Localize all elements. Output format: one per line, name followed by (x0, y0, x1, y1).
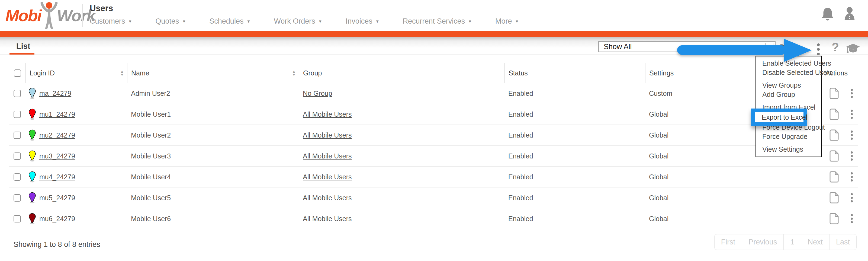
document-icon[interactable] (830, 192, 839, 203)
login-id-link[interactable]: mu6_24279 (39, 215, 75, 223)
row-kebab-menu-icon[interactable] (851, 151, 853, 161)
status-value: Enabled (508, 215, 533, 223)
nav-item-work-orders[interactable]: Work Orders▼ (274, 17, 322, 26)
sort-icon[interactable]: ▲▼ (292, 70, 296, 76)
group-link[interactable]: All Mobile Users (303, 131, 352, 139)
column-header-name[interactable]: Name▲▼ (127, 63, 299, 83)
group-link[interactable]: All Mobile Users (303, 173, 352, 181)
status-value: Enabled (508, 90, 533, 97)
user-avatar-icon[interactable] (844, 7, 856, 21)
menu-item-view-groups[interactable]: View Groups (756, 81, 821, 90)
document-icon[interactable] (830, 109, 839, 120)
chevron-down-icon: ▼ (246, 19, 250, 24)
menu-item-export-to-excel[interactable]: Export to Excel (751, 109, 807, 126)
nav-item-schedules[interactable]: Schedules▼ (209, 17, 250, 26)
chevron-down-icon: ▼ (515, 19, 519, 24)
name-cell: Mobile User3 (127, 146, 299, 166)
login-id-link[interactable]: ma_24279 (39, 90, 71, 97)
app-header: Mobi Work Users Customers▼Quotes▼Schedul… (0, 0, 868, 31)
row-kebab-menu-icon[interactable] (851, 110, 853, 119)
header-divider (82, 4, 83, 27)
document-icon[interactable] (830, 213, 839, 224)
pagination-1[interactable]: 1 (784, 234, 801, 250)
status-cell: Enabled (504, 83, 645, 104)
row-checkbox[interactable] (13, 173, 21, 181)
row-kebab-menu-icon[interactable] (851, 214, 853, 223)
name-cell: Mobile User2 (127, 125, 299, 145)
tab-list[interactable]: List (16, 42, 30, 51)
settings-cell: Global (645, 187, 822, 208)
group-link[interactable]: All Mobile Users (303, 110, 352, 118)
document-icon[interactable] (830, 150, 839, 162)
table-header-row: Login ID▲▼Name▲▼GroupStatusSettingsActio… (9, 63, 858, 83)
row-checkbox[interactable] (13, 194, 21, 202)
help-icon[interactable]: ? (832, 40, 839, 54)
nav-item-label: Schedules (209, 17, 243, 26)
login-id-link[interactable]: mu3_24279 (39, 152, 75, 160)
mobiwork-logo[interactable]: Mobi Work (5, 2, 95, 29)
pagination-previous[interactable]: Previous (742, 234, 784, 250)
sort-icon[interactable]: ▲▼ (120, 70, 124, 76)
group-link: No Group (303, 90, 332, 97)
login-id-link[interactable]: mu5_24279 (39, 194, 75, 202)
row-checkbox[interactable] (13, 215, 21, 223)
menu-item-disable-selected-users[interactable]: Disable Selected Users (756, 68, 821, 77)
menu-item-view-settings[interactable]: View Settings (756, 145, 821, 154)
group-link[interactable]: All Mobile Users (303, 194, 352, 202)
users-page: Mobi Work Users Customers▼Quotes▼Schedul… (0, 0, 868, 261)
menu-item-force-upgrade[interactable]: Force Upgrade (756, 132, 821, 141)
login-id-link[interactable]: mu2_24279 (39, 131, 75, 139)
select-all-checkbox[interactable] (14, 69, 21, 77)
actions-cell (822, 208, 858, 229)
map-pin-icon (28, 213, 36, 224)
group-link[interactable]: All Mobile Users (303, 152, 352, 160)
row-kebab-menu-icon[interactable] (851, 193, 853, 202)
map-pin-icon (28, 129, 36, 141)
menu-item-add-group[interactable]: Add Group (756, 90, 821, 99)
nav-item-more[interactable]: More▼ (495, 17, 519, 26)
row-kebab-menu-icon[interactable] (851, 172, 853, 181)
bell-icon[interactable] (822, 7, 834, 21)
actions-cell (822, 125, 858, 145)
pagination-next[interactable]: Next (801, 234, 830, 250)
login-id-link[interactable]: mu1_24279 (39, 110, 75, 118)
actions-cell (822, 187, 858, 208)
select-all-header (9, 63, 26, 83)
chevron-down-icon: ▼ (182, 19, 186, 24)
column-header-label: Status (508, 69, 528, 77)
column-header-login-id[interactable]: Login ID▲▼ (26, 63, 127, 83)
graduation-cap-icon[interactable] (846, 43, 860, 55)
nav-item-recurrent-services[interactable]: Recurrent Services▼ (403, 17, 472, 26)
row-kebab-menu-icon[interactable] (851, 89, 853, 98)
group-cell: All Mobile Users (299, 146, 504, 166)
filter-select-value: Show All (604, 42, 632, 51)
pagination-first[interactable]: First (714, 234, 742, 250)
row-select-cell (9, 167, 26, 187)
settings-value: Global (649, 173, 669, 181)
content-area: List Show All ▼ ? Login ID▲▼Name▲▼GroupS… (0, 37, 868, 261)
kebab-menu-icon[interactable] (817, 44, 820, 55)
group-cell: All Mobile Users (299, 104, 504, 124)
document-icon[interactable] (830, 171, 839, 182)
pagination-last[interactable]: Last (830, 234, 857, 250)
row-checkbox[interactable] (13, 132, 21, 139)
status-value: Enabled (508, 173, 533, 181)
document-icon[interactable] (830, 88, 839, 99)
map-pin-icon (28, 171, 36, 182)
user-name: Mobile User3 (131, 152, 171, 160)
login-id-link[interactable]: mu4_24279 (39, 173, 75, 181)
row-select-cell (9, 146, 26, 166)
row-kebab-menu-icon[interactable] (851, 130, 853, 140)
group-cell: All Mobile Users (299, 208, 504, 229)
nav-item-customers[interactable]: Customers▼ (90, 17, 132, 26)
row-checkbox[interactable] (13, 90, 21, 97)
nav-item-quotes[interactable]: Quotes▼ (155, 17, 186, 26)
table-row: mu2_24279 Mobile User2 All Mobile Users … (9, 125, 858, 146)
row-checkbox[interactable] (13, 152, 21, 160)
row-checkbox[interactable] (13, 111, 21, 118)
group-link[interactable]: All Mobile Users (303, 215, 352, 223)
document-icon[interactable] (830, 129, 839, 141)
chevron-down-icon: ▼ (375, 19, 379, 24)
nav-item-label: Work Orders (274, 17, 315, 26)
nav-item-invoices[interactable]: Invoices▼ (346, 17, 379, 26)
